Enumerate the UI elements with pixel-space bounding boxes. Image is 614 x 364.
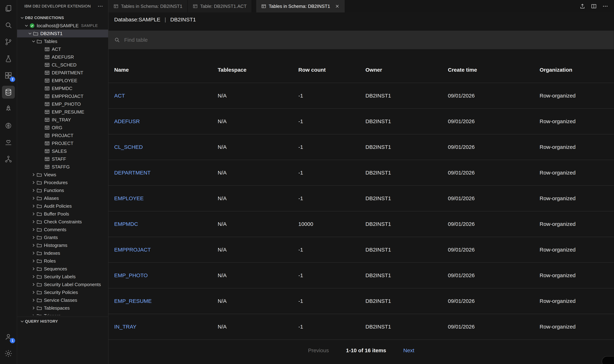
tree-item-table[interactable]: EMP_PHOTO xyxy=(17,100,108,108)
tree-item-folder[interactable]: Security Policies xyxy=(17,288,108,296)
tree-item-table[interactable]: PROJECT xyxy=(17,139,108,147)
tree-item-table[interactable]: STAFF xyxy=(17,155,108,163)
tree-item-table[interactable]: EMPPROJACT xyxy=(17,92,108,100)
tree-item-table[interactable]: ACT xyxy=(17,45,108,53)
tree-item-table[interactable]: DEPARTMENT xyxy=(17,69,108,77)
rocket-icon[interactable] xyxy=(0,101,17,117)
tree-item-table[interactable]: CL_SCHED xyxy=(17,61,108,69)
tree-item-folder[interactable]: Comments xyxy=(17,226,108,234)
account-icon[interactable]: 1 xyxy=(0,328,17,345)
table-name-link[interactable]: EMPLOYEE xyxy=(114,195,218,201)
tree-item-folder[interactable]: Security Label Components xyxy=(17,281,108,288)
tree-item-folder[interactable]: Views xyxy=(17,171,108,179)
cell-create-time: 09/01/2026 xyxy=(448,144,540,150)
tree-item-folder[interactable]: Procedures xyxy=(17,179,108,186)
find-table-input[interactable] xyxy=(124,37,608,43)
tree-item-table[interactable]: EMPLOYEE xyxy=(17,77,108,84)
database-icon[interactable] xyxy=(0,84,17,101)
chevron-right-icon xyxy=(31,266,36,272)
tree-item-table[interactable]: IN_TRAY xyxy=(17,116,108,124)
tree-item-folder[interactable]: Tablespaces xyxy=(17,304,108,312)
table-name-link[interactable]: EMPPROJACT xyxy=(114,247,218,253)
cell-organization: Row-organized xyxy=(540,247,608,253)
tree-item-table[interactable]: EMP_RESUME xyxy=(17,108,108,116)
tree-item-folder[interactable]: Functions xyxy=(17,186,108,194)
table-name-link[interactable]: IN_TRAY xyxy=(114,324,218,330)
tree-item-folder[interactable]: Triggers xyxy=(17,312,108,315)
tree-item-folder[interactable]: Indexes xyxy=(17,249,108,257)
brain-icon[interactable] xyxy=(0,117,17,134)
cell-organization: Row-organized xyxy=(540,221,608,227)
tab-tables-in-schema-2-active[interactable]: Tables in Schema: DB2INST1 xyxy=(256,0,345,13)
folder-item-label: Roles xyxy=(44,258,56,264)
section-query-history[interactable]: QUERY HISTORY xyxy=(17,317,108,326)
cell-tablespace: N/A xyxy=(218,221,298,227)
tree-item-folder[interactable]: Audit Policies xyxy=(17,202,108,210)
folder-item-label: Views xyxy=(44,172,56,178)
tab-tables-in-schema-1[interactable]: Tables in Schema: DB2INST1 xyxy=(109,0,188,13)
cell-create-time: 09/01/2026 xyxy=(448,170,540,176)
search-icon[interactable] xyxy=(0,17,17,34)
split-editor-icon[interactable] xyxy=(591,3,597,9)
tree-item-folder[interactable]: Sequences xyxy=(17,265,108,273)
table-name-link[interactable]: ACT xyxy=(114,93,218,99)
files-icon[interactable] xyxy=(0,0,17,17)
support-hands-icon[interactable] xyxy=(0,134,17,151)
corner-widget[interactable] xyxy=(602,356,614,364)
tree-item-table[interactable]: PROJACT xyxy=(17,131,108,139)
tree-item-folder[interactable]: Buffer Pools xyxy=(17,210,108,218)
table-name-link[interactable]: ADEFUSR xyxy=(114,118,218,124)
tree-item-folder[interactable]: Histograms xyxy=(17,241,108,249)
folder-item-label: Sequences xyxy=(44,266,67,272)
tree-item-folder[interactable]: Grants xyxy=(17,234,108,241)
section-db2-connections[interactable]: DB2 CONNECTIONS xyxy=(17,14,108,22)
folder-icon xyxy=(36,258,42,264)
tree-item-folder[interactable]: Roles xyxy=(17,257,108,265)
tree-item-tables-folder[interactable]: Tables xyxy=(17,38,108,45)
chevron-right-icon xyxy=(31,289,36,295)
table-name-link[interactable]: DEPARTMENT xyxy=(114,170,218,176)
tab-table-act[interactable]: Table: DB2INST1.ACT xyxy=(188,0,252,13)
folder-icon xyxy=(33,31,39,36)
network-icon[interactable] xyxy=(0,151,17,168)
cell-owner: DB2INST1 xyxy=(366,170,448,176)
table-item-label: EMP_PHOTO xyxy=(52,102,81,107)
upload-icon[interactable] xyxy=(580,3,585,9)
folder-icon xyxy=(36,250,42,256)
settings-gear-icon[interactable] xyxy=(0,345,17,362)
close-icon[interactable] xyxy=(335,4,340,9)
table-name-link[interactable]: EMP_RESUME xyxy=(114,298,218,304)
activity-bar-top: 2 xyxy=(0,0,17,168)
breadcrumb-separator: | xyxy=(164,17,166,23)
tree-item-table[interactable]: SALES xyxy=(17,147,108,155)
cell-organization: Row-organized xyxy=(540,195,608,201)
tree-item-table[interactable]: ADEFUSR xyxy=(17,53,108,61)
table-name-link[interactable]: EMPMDC xyxy=(114,221,218,227)
chevron-down-icon xyxy=(27,31,33,36)
sidebar-more-actions-icon[interactable] xyxy=(97,3,103,9)
tree-item-folder[interactable]: Security Labels xyxy=(17,273,108,281)
more-actions-icon[interactable] xyxy=(602,3,608,9)
table-name-link[interactable]: CL_SCHED xyxy=(114,144,218,150)
tree-item-schema[interactable]: DB2INST1 xyxy=(17,30,108,38)
flask-icon[interactable] xyxy=(0,50,17,67)
folder-icon xyxy=(36,188,42,193)
previous-page-button[interactable]: Previous xyxy=(308,347,329,353)
tree-item-folder[interactable]: Aliases xyxy=(17,194,108,202)
tree-item-connection[interactable]: localhost@SAMPLE SAMPLE xyxy=(17,22,108,30)
tree-item-table[interactable]: ORG xyxy=(17,124,108,131)
folder-item-label: Comments xyxy=(44,227,66,233)
table-icon xyxy=(44,125,50,130)
extensions-icon[interactable]: 2 xyxy=(0,67,17,84)
tree-item-folder[interactable]: Check Constraints xyxy=(17,218,108,226)
tree-item-table[interactable]: EMPMDC xyxy=(17,84,108,92)
next-page-button[interactable]: Next xyxy=(403,347,414,353)
cell-organization: Row-organized xyxy=(540,118,608,124)
table-name-link[interactable]: EMP_PHOTO xyxy=(114,272,218,278)
source-control-icon[interactable] xyxy=(0,34,17,50)
table-list-icon xyxy=(261,4,266,9)
editor-actions xyxy=(574,0,614,13)
tree-item-table[interactable]: STAFFG xyxy=(17,163,108,171)
folder-icon xyxy=(36,274,42,280)
tree-item-folder[interactable]: Service Classes xyxy=(17,296,108,304)
